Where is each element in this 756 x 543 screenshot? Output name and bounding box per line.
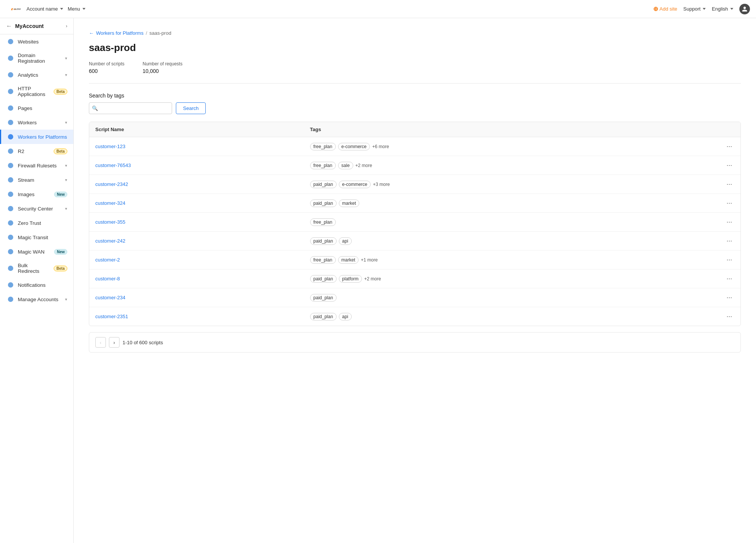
sidebar-item-workers-for-platforms[interactable]: Workers for Platforms bbox=[0, 130, 73, 144]
sidebar-item-workers[interactable]: Workers▾ bbox=[0, 115, 73, 130]
sidebar-item-analytics[interactable]: Analytics▾ bbox=[0, 68, 73, 82]
script-link-customer-242[interactable]: customer-242 bbox=[95, 238, 125, 244]
language-selector[interactable]: English bbox=[712, 6, 733, 12]
http-icon bbox=[7, 88, 14, 95]
tags-cell: free_plan bbox=[304, 213, 718, 232]
tag: paid_plan bbox=[310, 313, 337, 320]
notifications-icon bbox=[7, 282, 14, 288]
sidebar-label-manage-accounts: Manage Accounts bbox=[18, 297, 61, 302]
svg-point-7 bbox=[8, 134, 13, 139]
sidebar-back-button[interactable]: ← MyAccount bbox=[6, 23, 43, 29]
sidebar-item-http-applications[interactable]: HTTP ApplicationsBeta bbox=[0, 82, 73, 101]
more-options-button[interactable]: ··· bbox=[724, 179, 734, 189]
sidebar-item-zero-trust[interactable]: Zero Trust bbox=[0, 216, 73, 230]
tag: platform bbox=[339, 275, 362, 283]
more-options-button[interactable]: ··· bbox=[724, 236, 734, 246]
stat-requests-value: 10,000 bbox=[143, 68, 182, 74]
breadcrumb-parent-link[interactable]: Workers for Platforms bbox=[96, 30, 143, 36]
stat-requests: Number of requests 10,000 bbox=[143, 61, 182, 74]
more-options-button[interactable]: ··· bbox=[724, 217, 734, 227]
arrow-icon-stream: ▾ bbox=[65, 178, 67, 183]
badge-magic-wan: New bbox=[54, 249, 67, 255]
actions-cell: ··· bbox=[718, 213, 740, 232]
more-options-button[interactable]: ··· bbox=[724, 255, 734, 265]
search-label: Search by tags bbox=[89, 93, 741, 99]
actions-cell: ··· bbox=[718, 269, 740, 288]
search-row: 🔍 Search bbox=[89, 102, 741, 114]
sidebar-item-domain-registration[interactable]: Domain Registration▾ bbox=[0, 49, 73, 68]
sidebar-item-images[interactable]: ImagesNew bbox=[0, 187, 73, 201]
support-menu[interactable]: Support bbox=[683, 6, 706, 12]
magic-icon bbox=[7, 234, 14, 241]
zerotrust-icon bbox=[7, 220, 14, 226]
col-tags: Tags bbox=[304, 122, 718, 137]
svg-point-11 bbox=[8, 192, 13, 197]
breadcrumb-current: saas-prod bbox=[149, 30, 171, 36]
sidebar-item-websites[interactable]: Websites bbox=[0, 34, 73, 49]
sidebar-item-manage-accounts[interactable]: Manage Accounts▾ bbox=[0, 292, 73, 306]
script-link-customer-234[interactable]: customer-234 bbox=[95, 295, 125, 300]
tags-cell: paid_planmarket bbox=[304, 194, 718, 213]
script-link-customer-76543[interactable]: customer-76543 bbox=[95, 162, 131, 168]
main-content: ← Workers for Platforms / saas-prod saas… bbox=[74, 18, 756, 543]
sidebar-item-firewall-rulesets[interactable]: Firewall Rulesets▾ bbox=[0, 158, 73, 173]
arrow-icon-workers: ▾ bbox=[65, 120, 67, 125]
add-site-button[interactable]: ⊕ Add site bbox=[653, 5, 677, 12]
script-link-customer-123[interactable]: customer-123 bbox=[95, 144, 125, 149]
script-link-customer-2[interactable]: customer-2 bbox=[95, 257, 120, 263]
table-row: customer-2free_planmarket+1 more··· bbox=[89, 251, 740, 269]
svg-point-6 bbox=[8, 120, 13, 125]
sidebar-label-stream: Stream bbox=[18, 177, 61, 183]
next-page-button[interactable]: › bbox=[109, 337, 120, 348]
search-input[interactable] bbox=[89, 102, 172, 114]
sidebar-item-r2[interactable]: R2Beta bbox=[0, 144, 73, 158]
search-button[interactable]: Search bbox=[176, 102, 206, 114]
search-input-wrap: 🔍 bbox=[89, 102, 172, 114]
svg-point-4 bbox=[8, 89, 13, 94]
sidebar-item-magic-transit[interactable]: Magic Transit bbox=[0, 230, 73, 244]
script-link-customer-355[interactable]: customer-355 bbox=[95, 219, 125, 225]
account-name-label: Account name bbox=[26, 6, 58, 12]
sidebar-expand-icon: › bbox=[66, 23, 67, 29]
more-options-button[interactable]: ··· bbox=[724, 293, 734, 302]
actions-cell: ··· bbox=[718, 307, 740, 326]
table-row: customer-324paid_planmarket··· bbox=[89, 194, 740, 213]
menu-button[interactable]: Menu bbox=[68, 6, 85, 12]
table-row: customer-2342paid_plane-commerce+3 more·… bbox=[89, 175, 740, 194]
prev-page-button[interactable]: ‹ bbox=[95, 337, 106, 348]
script-link-customer-324[interactable]: customer-324 bbox=[95, 200, 125, 206]
badge-bulk-redirects: Beta bbox=[54, 266, 67, 271]
user-avatar[interactable] bbox=[739, 4, 750, 14]
table-row: customer-8paid_planplatform+2 more··· bbox=[89, 269, 740, 288]
actions-cell: ··· bbox=[718, 251, 740, 269]
sidebar-item-stream[interactable]: Stream▾ bbox=[0, 173, 73, 187]
top-navigation: CLOUDFLARE Account name Menu ⊕ Add site … bbox=[0, 0, 756, 18]
sidebar-item-notifications[interactable]: Notifications bbox=[0, 278, 73, 292]
sidebar-label-domain-registration: Domain Registration bbox=[18, 53, 61, 64]
script-link-customer-2342[interactable]: customer-2342 bbox=[95, 181, 128, 187]
sidebar-header[interactable]: ← MyAccount › bbox=[0, 18, 73, 34]
scripts-table: Script Name Tags customer-123free_plane-… bbox=[89, 122, 740, 326]
sidebar-item-security-center[interactable]: Security Center▾ bbox=[0, 201, 73, 216]
more-options-button[interactable]: ··· bbox=[724, 312, 734, 321]
sidebar-item-magic-wan[interactable]: Magic WANNew bbox=[0, 244, 73, 259]
more-options-button[interactable]: ··· bbox=[724, 198, 734, 208]
sidebar-label-firewall-rulesets: Firewall Rulesets bbox=[18, 163, 61, 169]
firewall-icon bbox=[7, 162, 14, 169]
platform-icon bbox=[7, 133, 14, 140]
security-icon bbox=[7, 205, 14, 212]
cloudflare-logo[interactable]: CLOUDFLARE bbox=[6, 2, 20, 16]
wan-icon bbox=[7, 248, 14, 255]
sidebar-item-bulk-redirects[interactable]: Bulk RedirectsBeta bbox=[0, 259, 73, 278]
more-options-button[interactable]: ··· bbox=[724, 161, 734, 170]
more-options-button[interactable]: ··· bbox=[724, 274, 734, 283]
script-link-customer-2351[interactable]: customer-2351 bbox=[95, 314, 128, 319]
tags-cell: paid_planapi bbox=[304, 232, 718, 251]
account-selector[interactable]: Account name bbox=[26, 6, 63, 12]
search-section: Search by tags 🔍 Search bbox=[89, 93, 741, 114]
stream-icon bbox=[7, 176, 14, 183]
sidebar-item-pages[interactable]: Pages bbox=[0, 101, 73, 115]
more-options-button[interactable]: ··· bbox=[724, 142, 734, 151]
table-row: customer-123free_plane-commerce+6 more··… bbox=[89, 137, 740, 156]
script-link-customer-8[interactable]: customer-8 bbox=[95, 276, 120, 282]
